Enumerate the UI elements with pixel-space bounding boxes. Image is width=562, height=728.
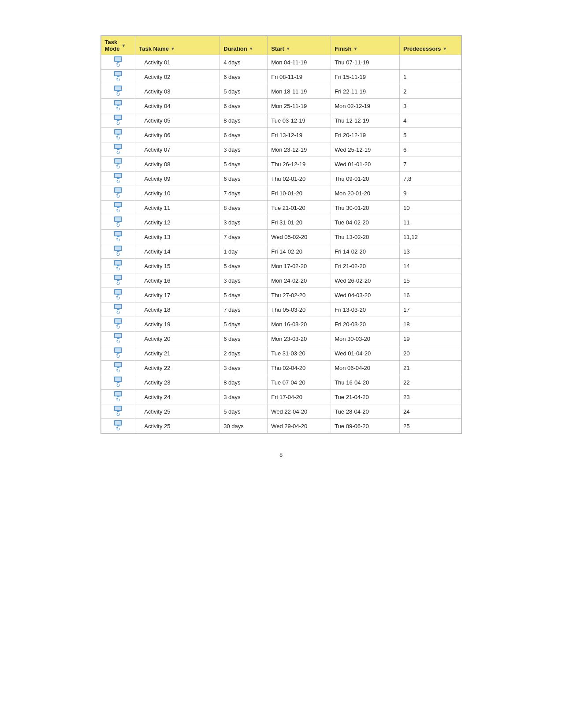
col-arrow-finish[interactable]: ▼ [353,46,357,51]
finish-cell: Fri 14-02-20 [331,244,400,259]
task-mode-cell: ↻ [101,201,135,215]
svg-rect-34 [115,217,121,221]
table-row[interactable]: ↻ Activity 035 daysMon 18-11-19Fri 22-11… [101,84,461,99]
svg-rect-28 [115,188,121,192]
duration-cell: 5 days [220,317,268,332]
svg-rect-13 [115,116,121,119]
table-row[interactable]: ↻ Activity 046 daysMon 25-11-19Mon 02-12… [101,99,461,113]
task-name-cell: Activity 15 [135,259,220,273]
finish-cell: Thu 30-01-20 [331,201,400,215]
monitor-icon [114,202,122,208]
table-row[interactable]: ↻ Activity 155 daysMon 17-02-20Fri 21-02… [101,259,461,273]
monitor-icon [114,217,122,223]
col-arrow-predecessors[interactable]: ▼ [443,46,447,51]
svg-rect-19 [115,145,121,148]
col-header-task-name[interactable]: Task Name ▼ [135,36,220,55]
col-arrow-duration[interactable]: ▼ [249,46,253,51]
svg-rect-55 [115,319,121,323]
predecessors-cell: 3 [400,99,461,113]
table-row[interactable]: ↻ Activity 058 daysTue 03-12-19Thu 12-12… [101,113,461,128]
table-row[interactable]: ↻ Activity 195 daysMon 16-03-20Fri 20-03… [101,317,461,332]
start-cell: Thu 02-04-20 [268,361,331,375]
finish-cell: Wed 25-12-19 [331,142,400,157]
finish-cell: Wed 01-01-20 [331,157,400,172]
col-header-finish[interactable]: Finish ▼ [331,36,400,55]
table-row[interactable]: ↻ Activity 243 daysFri 17-04-20Tue 21-04… [101,390,461,404]
task-mode-cell: ↻ [101,404,135,419]
task-mode-cell: ↻ [101,142,135,157]
table-row[interactable]: ↻ Activity 212 daysTue 31-03-20Wed 01-04… [101,346,461,361]
task-mode-cell: ↻ [101,302,135,317]
predecessors-cell: 24 [400,404,461,419]
col-arrow-task-name[interactable]: ▼ [171,46,175,51]
col-header-task-mode[interactable]: TaskMode ▼ [101,36,135,55]
task-name-cell: Activity 21 [135,346,220,361]
task-name-cell: Activity 08 [135,157,220,172]
duration-cell: 6 days [220,70,268,84]
task-mode-cell: ↻ [101,55,135,70]
duration-cell: 5 days [220,84,268,99]
table-row[interactable]: ↻ Activity 163 daysMon 24-02-20Wed 26-02… [101,273,461,288]
table-row[interactable]: ↻ Activity 026 daysFri 08-11-19Fri 15-11… [101,70,461,84]
finish-cell: Thu 12-12-19 [331,113,400,128]
col-arrow-task-mode[interactable]: ▼ [121,43,126,48]
task-name-cell: Activity 19 [135,317,220,332]
table-row[interactable]: ↻ Activity 238 daysTue 07-04-20Thu 16-04… [101,375,461,390]
svg-rect-40 [115,246,121,250]
monitor-icon [114,246,122,252]
table-row[interactable]: ↻ Activity 096 daysThu 02-01-20Thu 09-01… [101,172,461,186]
table-row[interactable]: ↻ Activity 175 daysThu 27-02-20Wed 04-03… [101,288,461,302]
task-name-cell: Activity 18 [135,302,220,317]
table-row[interactable]: ↻ Activity 141 dayFri 14-02-20Fri 14-02-… [101,244,461,259]
col-label-task-name: Task Name [139,45,169,52]
duration-cell: 3 days [220,361,268,375]
duration-cell: 8 days [220,375,268,390]
col-header-duration[interactable]: Duration ▼ [220,36,268,55]
table-row[interactable]: ↻ Activity 255 daysWed 22-04-20Tue 28-04… [101,404,461,419]
predecessors-cell: 15 [400,273,461,288]
svg-rect-4 [115,72,121,75]
col-header-start[interactable]: Start ▼ [268,36,331,55]
table-row[interactable]: ↻ Activity 085 daysThu 26-12-19Wed 01-01… [101,157,461,172]
task-mode-cell: ↻ [101,259,135,273]
table-row[interactable]: ↻ Activity 118 daysTue 21-01-20Thu 30-01… [101,201,461,215]
svg-rect-73 [115,407,121,410]
table-row[interactable]: ↻ Activity 014 daysMon 04-11-19Thu 07-11… [101,55,461,70]
refresh-arrow-icon: ↻ [116,63,120,68]
table-row[interactable]: ↻ Activity 206 daysMon 23-03-20Mon 30-03… [101,332,461,346]
table-row[interactable]: ↻ Activity 123 daysFri 31-01-20Tue 04-02… [101,215,461,230]
table-row[interactable]: ↻ Activity 223 daysThu 02-04-20Mon 06-04… [101,361,461,375]
table-row[interactable]: ↻ Activity 2530 daysWed 29-04-20Tue 09-0… [101,419,461,433]
col-header-predecessors[interactable]: Predecessors ▼ [400,36,461,55]
svg-rect-52 [115,305,121,308]
monitor-icon [114,347,122,354]
table-row[interactable]: ↻ Activity 073 daysMon 23-12-19Wed 25-12… [101,142,461,157]
refresh-arrow-icon: ↻ [116,354,120,359]
start-cell: Fri 10-01-20 [268,186,331,201]
table-row[interactable]: ↻ Activity 107 daysFri 10-01-20Mon 20-01… [101,186,461,201]
start-cell: Mon 16-03-20 [268,317,331,332]
predecessors-cell: 2 [400,84,461,99]
monitor-icon [114,71,122,77]
task-name-cell: Activity 16 [135,273,220,288]
duration-cell: 5 days [220,157,268,172]
duration-cell: 5 days [220,288,268,302]
start-cell: Tue 07-04-20 [268,375,331,390]
monitor-icon [114,100,122,106]
table-row[interactable]: ↻ Activity 187 daysThu 05-03-20Fri 13-03… [101,302,461,317]
task-name-cell: Activity 17 [135,288,220,302]
refresh-arrow-icon: ↻ [116,208,120,213]
col-arrow-start[interactable]: ▼ [286,46,290,51]
start-cell: Mon 18-11-19 [268,84,331,99]
predecessors-cell: 5 [400,128,461,142]
monitor-icon [114,144,122,150]
finish-cell: Mon 30-03-20 [331,332,400,346]
predecessors-cell: 18 [400,317,461,332]
task-name-cell: Activity 06 [135,128,220,142]
monitor-icon [114,333,122,339]
table-row[interactable]: ↻ Activity 066 daysFri 13-12-19Fri 20-12… [101,128,461,142]
table-row[interactable]: ↻ Activity 137 daysWed 05-02-20Thu 13-02… [101,230,461,244]
refresh-arrow-icon: ↻ [116,281,120,286]
refresh-arrow-icon: ↻ [116,92,120,97]
predecessors-cell: 7,8 [400,172,461,186]
